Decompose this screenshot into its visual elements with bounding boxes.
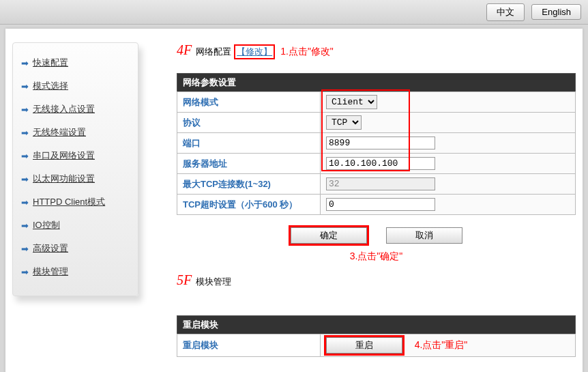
sidebar-item-label: 以太网功能设置 <box>33 173 95 185</box>
sidebar-item-module-mgmt[interactable]: ➡ 模块管理 <box>18 260 132 283</box>
net-mode-select[interactable]: Client <box>326 95 377 109</box>
ok-button[interactable]: 确定 <box>291 227 367 244</box>
sidebar-item-label: 快速配置 <box>33 57 68 69</box>
sidebar-item-label: IO控制 <box>33 219 60 231</box>
modify-link[interactable]: 【修改】 <box>234 44 275 59</box>
sidebar-item-label: 串口及网络设置 <box>33 149 95 162</box>
arrow-icon: ➡ <box>21 267 29 277</box>
arrow-icon: ➡ <box>21 244 29 254</box>
arrow-icon: ➡ <box>21 128 29 138</box>
restart-button[interactable]: 重启 <box>326 337 402 354</box>
annotation-click-restart: 4.点击"重启" <box>415 339 468 350</box>
lang-cn-button[interactable]: 中文 <box>486 3 525 21</box>
table-title: 网络参数设置 <box>177 74 576 92</box>
sidebar-item-serial-network[interactable]: ➡ 串口及网络设置 <box>18 144 132 167</box>
protocol-select[interactable]: TCP <box>326 115 362 130</box>
row-port-label: 端口 <box>177 133 321 154</box>
sidebar-item-httpd-client[interactable]: ➡ HTTPD Client模式 <box>18 190 132 214</box>
section-4f-header: 4F 网络配置 【修改】 1.点击"修改" <box>177 42 576 59</box>
annotation-click-modify: 1.点击"修改" <box>280 46 334 58</box>
arrow-icon: ➡ <box>21 104 29 115</box>
row-server-label: 服务器地址 <box>177 154 321 174</box>
row-maxtcp-label: 最大TCP连接数(1~32) <box>177 174 321 195</box>
sidebar-item-label: HTTPD Client模式 <box>33 196 105 208</box>
arrow-icon: ➡ <box>21 58 29 68</box>
sidebar-item-sta-settings[interactable]: ➡ 无线终端设置 <box>18 121 132 144</box>
arrow-icon: ➡ <box>21 220 29 231</box>
row-protocol-label: 协议 <box>177 113 321 133</box>
sidebar-item-ethernet[interactable]: ➡ 以太网功能设置 <box>18 167 132 190</box>
row-timeout-label: TCP超时设置（小于600 秒） <box>177 195 321 215</box>
step-4f-tag: 4F <box>177 42 192 58</box>
sidebar: ➡ 快速配置 ➡ 模式选择 ➡ 无线接入点设置 ➡ 无线终端设置 ➡ 串口及网络… <box>12 42 138 296</box>
cancel-button[interactable]: 取消 <box>386 227 462 244</box>
sidebar-item-label: 无线终端设置 <box>33 126 86 139</box>
section-5f-header: 5F 模块管理 <box>177 272 576 288</box>
restart-row-label: 重启模块 <box>177 334 321 357</box>
row-net-mode-label: 网络模式 <box>177 92 321 113</box>
arrow-icon: ➡ <box>21 81 29 91</box>
annotation-click-ok: 3.点击"确定" <box>177 251 576 263</box>
lang-en-button[interactable]: English <box>531 4 581 20</box>
port-input[interactable] <box>326 137 435 149</box>
sidebar-item-quick-config[interactable]: ➡ 快速配置 <box>18 51 132 74</box>
sidebar-item-label: 高级设置 <box>33 242 68 255</box>
restart-table-title: 重启模块 <box>177 316 576 334</box>
sidebar-item-label: 模式选择 <box>33 80 68 92</box>
arrow-icon: ➡ <box>21 174 29 184</box>
step-5f-tag: 5F <box>177 272 192 288</box>
arrow-icon: ➡ <box>21 151 29 161</box>
restart-table: 重启模块 重启模块 重启 4.点击"重启" <box>177 315 576 357</box>
sidebar-item-advanced[interactable]: ➡ 高级设置 <box>18 237 132 260</box>
maxtcp-input <box>326 177 435 190</box>
network-params-table: 网络参数设置 网络模式 Client 协议 TCP <box>177 73 576 215</box>
sidebar-item-label: 无线接入点设置 <box>33 103 95 115</box>
sidebar-item-mode-select[interactable]: ➡ 模式选择 <box>18 74 132 98</box>
sidebar-item-label: 模块管理 <box>33 266 68 278</box>
arrow-icon: ➡ <box>21 197 29 208</box>
section-5f-title: 模块管理 <box>196 276 231 288</box>
sidebar-item-ap-settings[interactable]: ➡ 无线接入点设置 <box>18 98 132 121</box>
timeout-input[interactable] <box>326 198 435 211</box>
sidebar-item-io-control[interactable]: ➡ IO控制 <box>18 214 132 237</box>
server-input[interactable] <box>326 157 435 170</box>
section-4f-title: 网络配置 <box>196 46 231 58</box>
